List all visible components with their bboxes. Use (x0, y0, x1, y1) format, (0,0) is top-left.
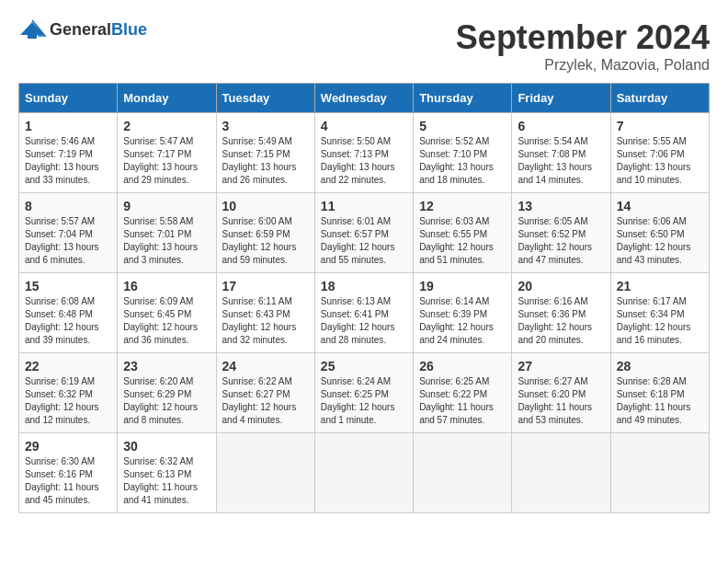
day-number: 2 (123, 119, 210, 133)
day-number: 15 (25, 279, 111, 293)
day-number: 27 (518, 359, 604, 373)
day-number: 30 (123, 439, 210, 454)
calendar-cell: 9Sunrise: 5:58 AMSunset: 7:01 PMDaylight… (118, 193, 216, 273)
day-info: Sunrise: 6:17 AMSunset: 6:34 PMDaylight:… (617, 295, 703, 347)
day-info: Sunrise: 6:14 AMSunset: 6:39 PMDaylight:… (419, 295, 506, 347)
day-info: Sunrise: 6:30 AMSunset: 6:16 PMDaylight:… (25, 455, 111, 507)
calendar-cell: 6Sunrise: 5:54 AMSunset: 7:08 PMDaylight… (512, 113, 610, 193)
calendar-cell: 1Sunrise: 5:46 AMSunset: 7:19 PMDaylight… (19, 113, 118, 193)
calendar-cell: 13Sunrise: 6:05 AMSunset: 6:52 PMDayligh… (512, 193, 610, 273)
day-info: Sunrise: 6:06 AMSunset: 6:50 PMDaylight:… (617, 215, 703, 267)
day-number: 19 (419, 279, 506, 293)
day-number: 6 (518, 119, 604, 133)
day-info: Sunrise: 6:11 AMSunset: 6:43 PMDaylight:… (222, 295, 309, 347)
day-number: 28 (617, 359, 703, 373)
day-info: Sunrise: 6:28 AMSunset: 6:18 PMDaylight:… (617, 375, 703, 427)
calendar-cell: 4Sunrise: 5:50 AMSunset: 7:13 PMDaylight… (314, 113, 413, 193)
logo-general: General (50, 20, 111, 39)
day-number: 17 (222, 279, 309, 293)
day-info: Sunrise: 6:20 AMSunset: 6:29 PMDaylight:… (123, 375, 210, 427)
calendar-cell: 11Sunrise: 6:01 AMSunset: 6:57 PMDayligh… (314, 193, 413, 273)
calendar-cell: 15Sunrise: 6:08 AMSunset: 6:48 PMDayligh… (19, 273, 118, 353)
day-number: 18 (321, 279, 407, 293)
calendar-week-row: 22Sunrise: 6:19 AMSunset: 6:32 PMDayligh… (19, 353, 710, 433)
day-number: 14 (617, 199, 703, 213)
calendar-cell: 30Sunrise: 6:32 AMSunset: 6:13 PMDayligh… (118, 433, 216, 513)
calendar-cell: 20Sunrise: 6:16 AMSunset: 6:36 PMDayligh… (512, 273, 610, 353)
weekday-header-friday: Friday (512, 84, 610, 113)
title-area: September 2024 Przylek, Mazovia, Poland (456, 18, 710, 74)
calendar-cell: 14Sunrise: 6:06 AMSunset: 6:50 PMDayligh… (610, 193, 709, 273)
calendar-week-row: 8Sunrise: 5:57 AMSunset: 7:04 PMDaylight… (19, 193, 710, 273)
calendar-cell: 16Sunrise: 6:09 AMSunset: 6:45 PMDayligh… (118, 273, 216, 353)
calendar-cell (414, 433, 512, 513)
day-info: Sunrise: 5:54 AMSunset: 7:08 PMDaylight:… (518, 135, 604, 187)
day-info: Sunrise: 6:09 AMSunset: 6:45 PMDaylight:… (123, 295, 210, 347)
day-number: 4 (321, 119, 407, 133)
day-number: 23 (123, 359, 210, 373)
day-number: 29 (25, 439, 111, 454)
day-number: 22 (25, 359, 111, 373)
day-info: Sunrise: 6:27 AMSunset: 6:20 PMDaylight:… (518, 375, 604, 427)
day-info: Sunrise: 6:03 AMSunset: 6:55 PMDaylight:… (419, 215, 506, 267)
day-info: Sunrise: 6:01 AMSunset: 6:57 PMDaylight:… (321, 215, 407, 267)
weekday-header-thursday: Thursday (414, 84, 512, 113)
day-number: 24 (222, 359, 309, 373)
calendar-week-row: 1Sunrise: 5:46 AMSunset: 7:19 PMDaylight… (19, 113, 710, 193)
calendar-cell: 7Sunrise: 5:55 AMSunset: 7:06 PMDaylight… (610, 113, 709, 193)
calendar-week-row: 29Sunrise: 6:30 AMSunset: 6:16 PMDayligh… (19, 433, 710, 513)
day-info: Sunrise: 6:25 AMSunset: 6:22 PMDaylight:… (419, 375, 506, 427)
calendar-cell: 12Sunrise: 6:03 AMSunset: 6:55 PMDayligh… (414, 193, 512, 273)
day-info: Sunrise: 6:16 AMSunset: 6:36 PMDaylight:… (518, 295, 604, 347)
day-number: 5 (419, 119, 506, 133)
day-number: 25 (321, 359, 407, 373)
calendar-cell: 3Sunrise: 5:49 AMSunset: 7:15 PMDaylight… (216, 113, 314, 193)
calendar-cell (216, 433, 314, 513)
day-info: Sunrise: 6:05 AMSunset: 6:52 PMDaylight:… (518, 215, 604, 267)
header: GeneralBlue September 2024 Przylek, Mazo… (18, 18, 710, 74)
calendar-cell: 5Sunrise: 5:52 AMSunset: 7:10 PMDaylight… (414, 113, 512, 193)
calendar-cell (512, 433, 610, 513)
weekday-header-saturday: Saturday (610, 84, 709, 113)
day-info: Sunrise: 6:00 AMSunset: 6:59 PMDaylight:… (222, 215, 309, 267)
logo-icon (18, 18, 46, 40)
day-number: 16 (123, 279, 210, 293)
calendar-cell: 2Sunrise: 5:47 AMSunset: 7:17 PMDaylight… (118, 113, 216, 193)
calendar-cell (314, 433, 413, 513)
weekday-header-wednesday: Wednesday (314, 84, 413, 113)
day-info: Sunrise: 5:57 AMSunset: 7:04 PMDaylight:… (25, 215, 111, 267)
calendar-cell: 23Sunrise: 6:20 AMSunset: 6:29 PMDayligh… (118, 353, 216, 433)
day-number: 1 (25, 119, 111, 133)
day-number: 9 (123, 199, 210, 213)
day-info: Sunrise: 6:22 AMSunset: 6:27 PMDaylight:… (222, 375, 309, 427)
day-number: 13 (518, 199, 604, 213)
day-info: Sunrise: 6:19 AMSunset: 6:32 PMDaylight:… (25, 375, 111, 427)
calendar-cell: 24Sunrise: 6:22 AMSunset: 6:27 PMDayligh… (216, 353, 314, 433)
month-year-title: September 2024 (456, 18, 710, 57)
calendar-cell (610, 433, 709, 513)
calendar-cell: 29Sunrise: 6:30 AMSunset: 6:16 PMDayligh… (19, 433, 118, 513)
day-number: 21 (617, 279, 703, 293)
day-number: 20 (518, 279, 604, 293)
day-info: Sunrise: 5:58 AMSunset: 7:01 PMDaylight:… (123, 215, 210, 267)
day-info: Sunrise: 5:47 AMSunset: 7:17 PMDaylight:… (123, 135, 210, 187)
calendar-cell: 19Sunrise: 6:14 AMSunset: 6:39 PMDayligh… (414, 273, 512, 353)
day-info: Sunrise: 5:46 AMSunset: 7:19 PMDaylight:… (25, 135, 111, 187)
day-info: Sunrise: 6:08 AMSunset: 6:48 PMDaylight:… (25, 295, 111, 347)
weekday-header-sunday: Sunday (19, 84, 118, 113)
weekday-header-row: SundayMondayTuesdayWednesdayThursdayFrid… (19, 84, 710, 113)
calendar-cell: 22Sunrise: 6:19 AMSunset: 6:32 PMDayligh… (19, 353, 118, 433)
day-number: 11 (321, 199, 407, 213)
calendar-cell: 21Sunrise: 6:17 AMSunset: 6:34 PMDayligh… (610, 273, 709, 353)
calendar-cell: 17Sunrise: 6:11 AMSunset: 6:43 PMDayligh… (216, 273, 314, 353)
calendar-cell: 26Sunrise: 6:25 AMSunset: 6:22 PMDayligh… (414, 353, 512, 433)
day-info: Sunrise: 6:32 AMSunset: 6:13 PMDaylight:… (123, 455, 210, 507)
day-number: 10 (222, 199, 309, 213)
location-subtitle: Przylek, Mazovia, Poland (456, 57, 710, 74)
day-info: Sunrise: 6:24 AMSunset: 6:25 PMDaylight:… (321, 375, 407, 427)
weekday-header-tuesday: Tuesday (216, 84, 314, 113)
day-number: 26 (419, 359, 506, 373)
day-number: 3 (222, 119, 309, 133)
calendar-cell: 18Sunrise: 6:13 AMSunset: 6:41 PMDayligh… (314, 273, 413, 353)
calendar-cell: 27Sunrise: 6:27 AMSunset: 6:20 PMDayligh… (512, 353, 610, 433)
